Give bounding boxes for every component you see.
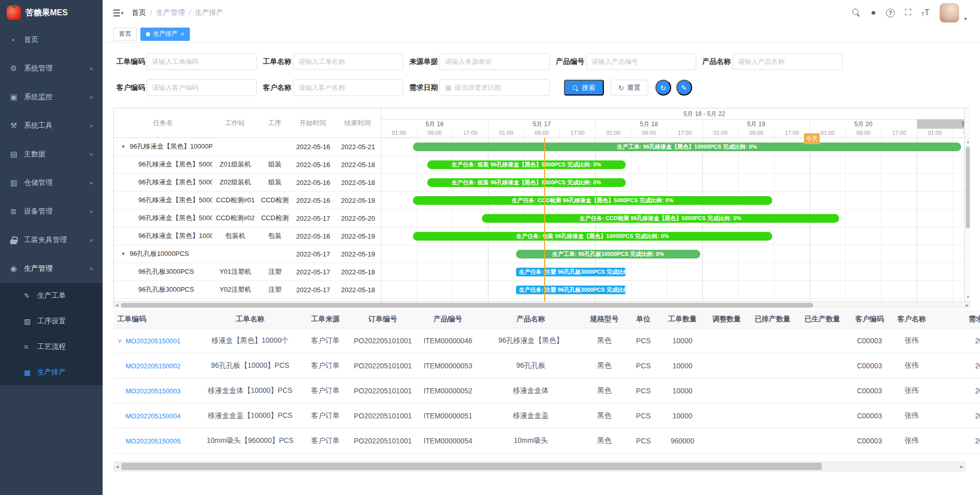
gantt-task-bar[interactable]: 生产任务: 注塑 96孔孔板3000PCS 完成比例: 0% [516, 268, 626, 276]
table-row[interactable]: ∨MO20220515000296孔孔板【10000】PCS客户订单PO2022… [113, 353, 980, 379]
filter-input[interactable] [299, 84, 398, 91]
workorder-code-cell: ∨MO202205150001 [113, 337, 199, 345]
sidebar-item-monitor[interactable]: ▣系统监控∨ [0, 83, 103, 111]
sidebar-item-warehouse[interactable]: ▥仓储管理∨ [0, 169, 103, 197]
fullscreen-icon[interactable]: ⛶ [905, 8, 911, 18]
sidebar-collapse-icon[interactable] [113, 9, 123, 17]
gantt-task-bar[interactable]: 生产任务: 包装 96孔移液盒【黑色】10000PCS 完成比例: 0% [413, 232, 772, 241]
workorder-link[interactable]: MO202205150004 [126, 412, 181, 420]
gantt-hour-header: 09:00 [417, 129, 453, 137]
table-row[interactable]: ∨MO202205150001移液盒【黑色】10000个客户订单PO202205… [113, 328, 980, 353]
gantt-hscroll-thumb[interactable] [121, 303, 813, 308]
workorder-link[interactable]: MO202205150001 [126, 337, 181, 345]
avatar[interactable] [940, 3, 959, 22]
scroll-left-icon[interactable]: ◀ [115, 303, 118, 308]
gantt-task-bar[interactable]: 生产任务: CCD检测 96孔移液盒【黑色】5000PCS 完成比例: 0% [413, 196, 772, 205]
gantt-hour-header: 09:00 [846, 129, 881, 137]
chevron-down-icon: ∨ [89, 180, 94, 185]
tree-expand-icon[interactable]: ▼ [121, 251, 126, 256]
gantt-vscroll-thumb[interactable] [966, 147, 970, 228]
filter-input[interactable] [152, 58, 251, 65]
search-button[interactable]: 搜索 [564, 80, 604, 96]
gantt-task-cell: 2022-05-20 [335, 215, 381, 222]
github-icon[interactable]: ● [871, 8, 876, 18]
table-cell: PCS [627, 387, 660, 395]
tab-首页[interactable]: 首页 [113, 28, 137, 41]
filter-input[interactable] [152, 84, 251, 91]
gantt-task-cell: 2022-05-17 [291, 286, 335, 294]
table-horizontal-scrollbar[interactable]: ◀ ▶ [113, 461, 966, 472]
sidebar-item-fixture[interactable]: 工装夹具管理∨ [0, 226, 103, 254]
table-column-header: 客户编码 [848, 315, 891, 324]
scroll-down-icon[interactable]: ▼ [966, 295, 970, 299]
filter-input[interactable] [592, 58, 691, 65]
table-row[interactable]: ∨MO20220515000510mm吸头【960000】PCS客户订单PO20… [113, 429, 980, 454]
filter-label: 工单编码 [116, 57, 146, 66]
filter-input[interactable] [738, 58, 837, 65]
filter-input[interactable] [445, 58, 544, 65]
table-cell: 10000 [660, 387, 705, 395]
scroll-right-icon[interactable]: ▶ [961, 465, 963, 469]
gantt-task-row[interactable]: 96孔孔板3000PCSY01注塑机注塑2022-05-172022-05-18 [114, 263, 381, 281]
filter-input-box [146, 53, 257, 70]
filter-input[interactable] [299, 58, 398, 65]
scroll-left-icon[interactable]: ◀ [116, 465, 118, 469]
row-expand-icon[interactable]: ∨ [117, 337, 126, 344]
gantt-order-bar[interactable]: 生产工单: 96孔移液盒【黑色】10000PCS 完成比例: 0% [413, 143, 961, 151]
breadcrumb-item[interactable]: 生产排产 [195, 8, 224, 17]
scroll-right-icon[interactable]: ▶ [966, 303, 969, 308]
search-icon[interactable] [852, 9, 861, 17]
sidebar-item-tools[interactable]: ⚒系统工具∨ [0, 111, 103, 140]
gantt-task-row[interactable]: 96孔移液盒【黑色】5000PCSZ01组装机组装2022-05-162022-… [114, 156, 381, 174]
chevron-down-icon[interactable]: ▾ [964, 16, 967, 21]
sidebar-subitem-flow[interactable]: ≡工艺流程 [0, 334, 103, 360]
gantt-task-bar[interactable]: 生产任务: 组装 96孔移液盒【黑色】5000PCS 完成比例: 0% [427, 160, 626, 169]
sidebar-subitem-workorder[interactable]: ✎生产工单 [0, 283, 103, 309]
gantt-task-bar[interactable]: 生产任务: 组装 96孔移液盒【黑色】5000PCS 完成比例: 0% [427, 178, 626, 187]
process-icon: ▨ [24, 317, 37, 325]
breadcrumb-item[interactable]: 首页 [132, 8, 146, 17]
gantt-horizontal-scrollbar[interactable]: ◀ ▶ [114, 301, 970, 309]
gantt-task-cell: 2022-05-18 [335, 161, 381, 169]
tree-expand-icon[interactable]: ▼ [121, 144, 126, 149]
gantt-task-bar[interactable]: 生产任务: CCD检测 96孔移液盒【黑色】5000PCS 完成比例: 0% [482, 214, 839, 223]
gantt-task-row[interactable]: 96孔移液盒【黑色】10000PCS包装机包装2022-05-162022-05… [114, 227, 381, 245]
sidebar-item-system[interactable]: ⚙系统管理∨ [0, 54, 103, 83]
gantt-task-row[interactable]: 96孔移液盒【黑色】5000PCSCCD检测#02CCD检测2022-05-17… [114, 209, 381, 227]
sidebar-item-home[interactable]: ◔首页 [0, 26, 103, 54]
sidebar-subitem-process[interactable]: ▨工序设置 [0, 309, 103, 334]
gantt-task-row[interactable]: 96孔移液盒【黑色】5000PCSCCD检测#01CCD检测2022-05-16… [114, 192, 381, 209]
gantt-task-row[interactable]: 96孔移液盒【黑色】5000PCSZ02组装机组装2022-05-162022-… [114, 174, 381, 192]
scroll-up-icon[interactable]: ▲ [966, 140, 970, 144]
breadcrumb-item[interactable]: 生产管理 [156, 8, 185, 17]
workorder-link[interactable]: MO202205150003 [126, 387, 181, 395]
gantt-task-row[interactable]: 96孔孔板3000PCSY02注塑机注塑2022-05-172022-05-18 [114, 281, 381, 299]
navbar: 首页/生产管理/生产排产 ●?⛶TT▾ [103, 0, 980, 26]
help-icon[interactable]: ? [886, 9, 895, 17]
table-row[interactable]: ∨MO202205150003移液盒盒体【10000】PCS客户订单PO2022… [113, 379, 980, 404]
workorder-link[interactable]: MO202205150002 [126, 362, 181, 370]
refresh-button[interactable]: ↻ [655, 80, 671, 96]
table-row[interactable]: ∨MO202205150004移液盒盒盖【10000】PCS客户订单PO2022… [113, 404, 980, 429]
sidebar-item-production[interactable]: ◉生产管理∧ [0, 254, 103, 283]
sidebar-item-masterdata[interactable]: ▤主数据∨ [0, 140, 103, 169]
edit-button[interactable]: ✎ [676, 80, 692, 96]
sidebar-item-equipment[interactable]: ≣设备管理∨ [0, 197, 103, 226]
gantt-task-bar[interactable]: 生产任务: 注塑 96孔孔板3000PCS 完成比例: 0% [516, 286, 626, 294]
close-icon[interactable]: × [181, 31, 184, 37]
gantt-vertical-scrollbar[interactable]: ▲ ▼ [964, 108, 970, 301]
sidebar-menu: ◔首页⚙系统管理∨▣系统监控∨⚒系统工具∨▤主数据∨▥仓储管理∨≣设备管理∨工装… [0, 26, 103, 385]
filter-input[interactable] [454, 84, 544, 91]
workorder-link[interactable]: MO202205150005 [126, 437, 181, 445]
gantt-task-row[interactable]: ▼96孔移液盒【黑色】10000PCS2022-05-162022-05-21 [114, 138, 381, 156]
reset-button[interactable]: ↻重置 [610, 80, 648, 96]
table-hscroll-thumb[interactable] [121, 463, 822, 470]
tab-生产排产[interactable]: 生产排产× [140, 28, 190, 41]
app-logo[interactable]: 苦糖果MES [0, 0, 103, 26]
gantt-task-cell: CCD检测 [258, 214, 291, 223]
fontsize-icon[interactable]: TT [921, 8, 929, 17]
sidebar-subitem-schedule[interactable]: ▦生产排产 [0, 360, 103, 385]
gantt-hour-header: 17:00 [667, 129, 703, 137]
gantt-task-row[interactable]: ▼96孔孔板10000PCS2022-05-172022-05-19 [114, 245, 381, 263]
filter-label: 产品编号 [556, 57, 586, 66]
